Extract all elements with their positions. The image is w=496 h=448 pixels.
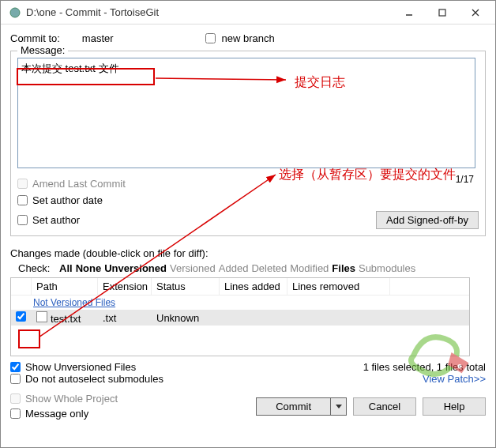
file-row[interactable]: test.txt .txt Unknown xyxy=(11,310,469,326)
commit-message-input[interactable]: 本次提交 test.txt 文件 xyxy=(17,58,475,168)
message-only-label: Message only xyxy=(25,408,88,420)
col-lines-added[interactable]: Lines added xyxy=(220,278,287,295)
show-unversioned-checkbox[interactable] xyxy=(10,362,21,372)
check-all[interactable]: All xyxy=(59,262,73,274)
commit-to-label: Commit to: xyxy=(10,32,60,44)
signed-off-button[interactable]: Add Signed-off-by xyxy=(376,211,479,229)
file-ext: .txt xyxy=(98,312,152,324)
window-title: D:\one - Commit - TortoiseGit xyxy=(26,6,393,18)
text-file-icon xyxy=(36,311,47,322)
amend-label: Amend Last Commit xyxy=(32,178,126,190)
file-status: Unknown xyxy=(152,312,220,324)
table-header: Path Extension Status Lines added Lines … xyxy=(11,278,469,296)
minimize-button[interactable] xyxy=(393,2,426,24)
check-modified[interactable]: Modified xyxy=(290,262,329,274)
file-list: Path Extension Status Lines added Lines … xyxy=(10,277,470,356)
check-versioned[interactable]: Versioned xyxy=(170,262,216,274)
view-patch-link[interactable]: View Patch>> xyxy=(363,373,486,385)
amend-checkbox[interactable] xyxy=(17,179,28,189)
check-none[interactable]: None xyxy=(76,262,102,274)
message-legend: Message: xyxy=(17,44,68,56)
changes-label: Changes made (double-click on file for d… xyxy=(10,247,486,259)
commit-message-text: 本次提交 test.txt 文件 xyxy=(21,62,119,74)
maximize-button[interactable] xyxy=(426,2,459,24)
check-deleted[interactable]: Deleted xyxy=(251,262,287,274)
show-whole-project-checkbox[interactable] xyxy=(10,393,21,404)
col-lines-removed[interactable]: Lines removed xyxy=(287,278,390,295)
check-submodules[interactable]: Submodules xyxy=(359,262,415,274)
col-status[interactable]: Status xyxy=(152,278,220,295)
show-whole-project-label: Show Whole Project xyxy=(25,393,118,405)
commit-to-branch: master xyxy=(82,32,114,44)
help-button[interactable]: Help xyxy=(423,397,486,416)
selected-total: 1 files selected, 1 files total xyxy=(363,361,486,373)
commit-dropdown[interactable] xyxy=(331,397,347,416)
no-autoselect-checkbox[interactable] xyxy=(10,374,21,384)
commit-button[interactable]: Commit xyxy=(256,397,347,416)
new-branch-checkbox[interactable] xyxy=(205,33,216,43)
show-unversioned-label: Show Unversioned Files xyxy=(25,361,136,373)
col-path[interactable]: Path xyxy=(32,278,98,295)
check-filter-row: Check: All None Unversioned Versioned Ad… xyxy=(18,262,486,274)
check-added[interactable]: Added xyxy=(219,262,249,274)
char-counter: 1/17 xyxy=(456,174,474,185)
set-author-checkbox[interactable] xyxy=(17,215,28,225)
svg-rect-2 xyxy=(439,9,445,16)
check-files[interactable]: Files xyxy=(332,262,355,274)
col-ext[interactable]: Extension xyxy=(98,278,152,295)
check-unversioned[interactable]: Unversioned xyxy=(104,262,167,274)
new-branch-label: new branch xyxy=(222,32,275,44)
set-author-date-label: Set author date xyxy=(32,194,103,206)
file-row-checkbox[interactable] xyxy=(16,311,26,322)
svg-marker-5 xyxy=(336,405,342,408)
tortoisegit-icon xyxy=(9,6,21,19)
message-only-checkbox[interactable] xyxy=(10,408,21,419)
close-button[interactable] xyxy=(459,2,492,24)
cancel-button[interactable]: Cancel xyxy=(353,397,416,416)
check-label: Check: xyxy=(18,262,50,274)
svg-point-0 xyxy=(10,8,20,17)
group-not-versioned[interactable]: Not Versioned Files xyxy=(11,296,469,310)
set-author-date-checkbox[interactable] xyxy=(17,195,28,205)
file-path: test.txt xyxy=(51,313,81,325)
titlebar: D:\one - Commit - TortoiseGit xyxy=(1,1,495,24)
message-group: Message: 本次提交 test.txt 文件 1/17 Amend Las… xyxy=(10,51,486,236)
set-author-label: Set author xyxy=(32,214,80,226)
no-autoselect-label: Do not autoselect submodules xyxy=(25,373,163,385)
